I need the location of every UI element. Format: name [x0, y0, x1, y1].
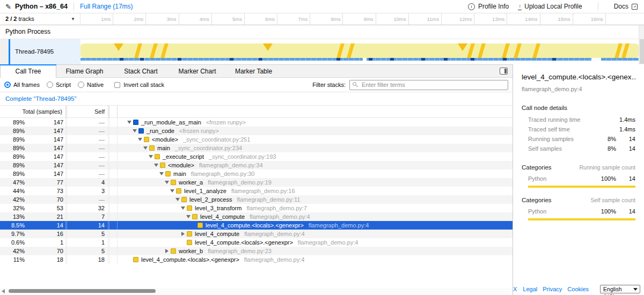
- scrollbar-thumb[interactable]: [9, 289, 156, 293]
- track-marker-slash[interactable]: [514, 43, 522, 58]
- track-marker-slash[interactable]: [347, 43, 355, 58]
- track-marker-slash[interactable]: [467, 43, 475, 58]
- checkbox-icon[interactable]: [114, 82, 120, 88]
- collapse-arrow-icon[interactable]: [148, 152, 154, 161]
- call-tree-row[interactable]: 0.6%11level_4_compute.<locals>.<genexpr>…: [0, 238, 513, 247]
- process-track-header[interactable]: Python Process: [0, 25, 644, 39]
- radio-script[interactable]: Script: [47, 82, 71, 88]
- call-tree-row[interactable]: 89%147—_run_module_as_main<frozen runpy>: [0, 118, 513, 127]
- track-marker-triangle[interactable]: [114, 43, 123, 51]
- collapse-arrow-icon[interactable]: [169, 187, 175, 195]
- edit-profile-name-icon[interactable]: ✎: [5, 3, 11, 11]
- tree-cell: level_3_transformflamegraph_demo.py:7: [119, 204, 513, 212]
- track-marker-slash[interactable]: [614, 43, 623, 58]
- footer-link-legal[interactable]: Legal: [523, 286, 537, 292]
- track-marker-triangle[interactable]: [458, 43, 467, 51]
- tab-call-tree[interactable]: Call Tree: [0, 65, 56, 78]
- invert-call-stack-checkbox[interactable]: Invert call stack: [114, 82, 164, 88]
- category-square-yellow: [181, 197, 187, 202]
- tracks-dropdown-button[interactable]: 2 / 2 tracks ▼: [0, 13, 80, 25]
- call-tree-row[interactable]: 42%705worker_bflamegraph_demo.py:23: [0, 247, 513, 255]
- collapse-arrow-icon[interactable]: [153, 161, 159, 169]
- thread-activity-graph[interactable]: [80, 39, 639, 64]
- track-marker-triangle[interactable]: [263, 43, 273, 51]
- tab-stack-chart[interactable]: Stack Chart: [113, 65, 169, 78]
- track-marker-slash[interactable]: [532, 43, 540, 58]
- expand-arrow-icon[interactable]: [164, 247, 170, 255]
- total-samples: 147: [27, 161, 65, 169]
- upload-profile-button[interactable]: ↑ Upload Local Profile: [518, 3, 582, 10]
- column-total[interactable]: Total (samples): [0, 106, 65, 117]
- call-tree-row[interactable]: 32%5332level_3_transformflamegraph_demo.…: [0, 204, 513, 212]
- track-marker-slash[interactable]: [134, 43, 142, 58]
- track-marker-slash[interactable]: [621, 43, 630, 58]
- collapse-arrow-icon[interactable]: [174, 195, 181, 204]
- track-marker-slash[interactable]: [336, 43, 345, 58]
- tabs: Call TreeFlame GraphStack ChartMarker Ch…: [0, 65, 513, 78]
- track-marker-slash[interactable]: [502, 43, 510, 58]
- track-marker-slash[interactable]: [478, 43, 486, 58]
- call-tree-row[interactable]: 11%1818level_4_compute.<locals>.<genexpr…: [0, 255, 513, 264]
- timeline-vertical-scrollbar[interactable]: [639, 25, 644, 64]
- language-select[interactable]: English (US): [600, 285, 640, 293]
- call-tree-row[interactable]: 89%147—main_sync_coordinator.py:234: [0, 144, 513, 152]
- track-marker-slash[interactable]: [160, 43, 169, 58]
- ruler-tick: 10ms: [376, 13, 409, 25]
- category-square-yellow: [192, 214, 197, 219]
- collapse-arrow-icon[interactable]: [131, 127, 138, 135]
- cpu-activity-band[interactable]: [80, 43, 639, 58]
- call-tree-row[interactable]: 89%147—_execute_script_sync_coordinator.…: [0, 152, 513, 161]
- call-tree-row[interactable]: 44%733level_1_analyzeflamegraph_demo.py:…: [0, 187, 513, 195]
- category-percent: 100%: [592, 175, 616, 182]
- sidebar-toggle-button[interactable]: [500, 68, 508, 75]
- footer-link-privacy[interactable]: Privacy: [543, 286, 562, 292]
- full-range-button[interactable]: Full Range (17ms): [80, 3, 133, 10]
- scrollbar-thumb[interactable]: [640, 39, 644, 64]
- tab-flame-graph[interactable]: Flame Graph: [56, 65, 113, 78]
- total-samples: 147: [27, 135, 65, 144]
- call-tree-row[interactable]: 89%147—mainflamegraph_demo.py:30: [0, 169, 513, 178]
- function-name: level_1_analyze: [184, 187, 226, 195]
- range-breadcrumb[interactable]: Complete “Thread-78495”: [0, 92, 76, 105]
- call-tree-row[interactable]: 42%70—level_2_processflamegraph_demo.py:…: [0, 195, 513, 204]
- collapse-arrow-icon[interactable]: [158, 169, 165, 178]
- filter-stacks-input[interactable]: [349, 80, 508, 90]
- collapse-arrow-icon[interactable]: [180, 204, 186, 212]
- category-square-blue: [138, 128, 144, 134]
- footer-links: LegalPrivacyCookies: [523, 286, 594, 292]
- collapse-arrow-icon[interactable]: [185, 212, 192, 221]
- category-row: Python100%14: [522, 175, 635, 182]
- docs-button[interactable]: Docs ↗: [614, 3, 638, 10]
- call-tree-row[interactable]: 13%217level_4_computeflamegraph_demo.py:…: [0, 212, 513, 221]
- scroll-left-arrow[interactable]: [2, 289, 5, 293]
- profile-info-button[interactable]: i Profile Info: [468, 3, 509, 10]
- call-tree-row[interactable]: 89%147—<module>_sync_coordinator.py:251: [0, 135, 513, 144]
- footer-link-cookies[interactable]: Cookies: [567, 286, 589, 292]
- tracks-word: tracks: [18, 16, 34, 22]
- call-tree-row[interactable]: 8.5%1414level_4_compute.<locals>.<genexp…: [0, 221, 513, 230]
- radio-all-frames[interactable]: All frames: [4, 82, 40, 88]
- sample-cluster-dark: [140, 58, 144, 61]
- call-tree-row[interactable]: 89%147—<module>flamegraph_demo.py:34: [0, 161, 513, 169]
- function-name: level_4_compute: [200, 212, 245, 221]
- column-self[interactable]: Self: [67, 106, 108, 117]
- call-tree-row[interactable]: 47%774worker_aflamegraph_demo.py:19: [0, 178, 513, 187]
- footer-close-link[interactable]: X: [513, 286, 517, 292]
- function-name: _run_code: [147, 127, 174, 135]
- radio-native[interactable]: Native: [78, 82, 104, 88]
- thread-track-label[interactable]: Thread-78495: [0, 39, 80, 64]
- collapse-arrow-icon[interactable]: [164, 178, 170, 187]
- collapse-arrow-icon[interactable]: [142, 144, 149, 152]
- tab-marker-chart[interactable]: Marker Chart: [169, 65, 225, 78]
- call-tree-row[interactable]: 9.7%165level_4_computeflamegraph_demo.py…: [0, 230, 513, 238]
- track-marker-slash[interactable]: [150, 43, 158, 58]
- call-tree-row[interactable]: 89%147—_run_code<frozen runpy>: [0, 127, 513, 135]
- tree-cell: level_4_computeflamegraph_demo.py:4: [119, 212, 513, 221]
- collapse-arrow-icon[interactable]: [137, 135, 143, 144]
- samples-strip[interactable]: [80, 58, 639, 61]
- horizontal-scrollbar[interactable]: [0, 288, 513, 294]
- expand-arrow-icon[interactable]: [180, 230, 186, 238]
- collapse-arrow-icon[interactable]: [126, 118, 133, 127]
- stat-label: Running samples: [528, 136, 592, 142]
- tab-marker-table[interactable]: Marker Table: [225, 65, 282, 78]
